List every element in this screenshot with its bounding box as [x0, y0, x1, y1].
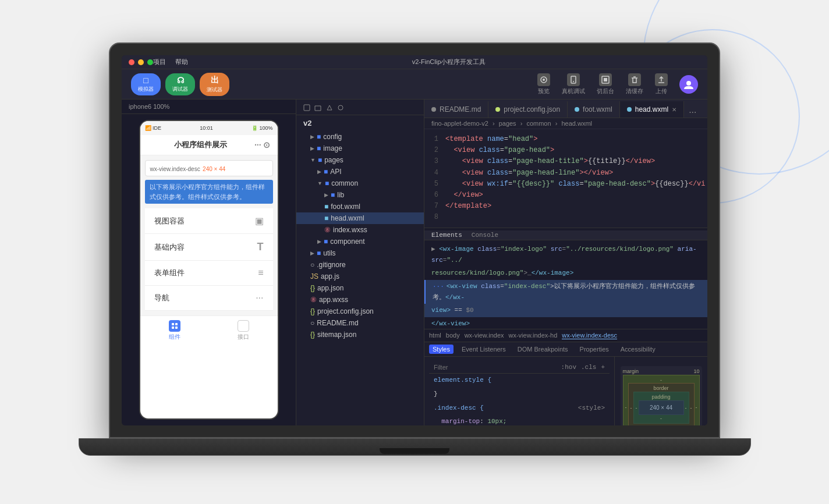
wxss-icon: ⑧: [310, 296, 317, 304]
padding-right: -: [685, 405, 687, 411]
svg-point-3: [573, 81, 574, 82]
ft-item-appjson[interactable]: {} app.json: [296, 282, 424, 294]
minimize-button[interactable]: [138, 59, 144, 65]
laptop-base: [79, 438, 751, 456]
filter-input[interactable]: [434, 364, 557, 371]
preview-label: 预览: [538, 87, 550, 95]
ft-item-head-wxml[interactable]: ■ head.wxml: [296, 212, 424, 224]
tab-label-headwxml: head.wxml: [635, 105, 668, 113]
ft-item-lib[interactable]: ▶ ■ lib: [296, 189, 424, 201]
close-button[interactable]: [129, 59, 134, 65]
stab-styles[interactable]: Styles: [429, 345, 454, 354]
phone-app-header: 小程序组件展示 ··· ⊙: [140, 135, 278, 155]
menu-icon-3: ≡: [258, 268, 263, 278]
ft-item-image[interactable]: ▶ ■ image: [296, 143, 424, 154]
ft-item-readme[interactable]: ○ README.md: [296, 317, 424, 329]
ft-item-label: .gitignore: [317, 261, 345, 269]
phone-menu-item-1[interactable]: 视图容器 ▣: [145, 208, 273, 234]
svg-point-9: [686, 81, 691, 86]
tooltip-label: wx-view.index-desc: [150, 166, 200, 172]
tab-projectconfig[interactable]: project.config.json: [488, 101, 568, 118]
selected-element: 以下将展示小程序官方组件能力，组件样式仅供参考。组件样式仅供参考。: [145, 180, 273, 204]
laptop: 项目 帮助 v2-FinClip小程序开发工具 □ 模拟器 ☊ 调试器: [109, 42, 720, 462]
plus-button[interactable]: +: [601, 364, 605, 371]
nav-label-component: 组件: [169, 333, 180, 341]
folder-icon: ■: [317, 249, 321, 257]
ft-item-foot-wxml[interactable]: ■ foot.wxml: [296, 201, 424, 212]
user-avatar[interactable]: [679, 75, 698, 94]
ft-item-label: app.js: [321, 272, 339, 281]
ft-arrow: ▼: [317, 180, 323, 186]
phone-menu-item-3[interactable]: 表单组件 ≡: [145, 261, 273, 286]
ft-item-appwxss[interactable]: ⑧ app.wxss: [296, 294, 424, 306]
simulate-label: 模拟器: [138, 86, 154, 93]
ft-item-common[interactable]: ▼ ■ common: [296, 178, 424, 189]
bottom-content: :hov .cls + element.style {: [424, 357, 707, 425]
phone-menu-item-4[interactable]: 导航 ···: [145, 286, 273, 311]
tab-close-headwxml[interactable]: ✕: [672, 107, 676, 113]
clearcache-icon: [628, 73, 641, 86]
debug-button[interactable]: ☊ 调试器: [165, 73, 195, 95]
ft-item-sitemapjson[interactable]: {} sitemap.json: [296, 329, 424, 340]
ep-wxview-indexdesc[interactable]: wx-view.index-desc: [562, 332, 617, 339]
phone-menu-item-2[interactable]: 基础内容 T: [145, 234, 273, 261]
ft-item-pages[interactable]: ▼ ■ pages: [296, 154, 424, 166]
tab-footwxml[interactable]: foot.wxml: [568, 101, 620, 118]
ft-item-config[interactable]: ▶ ■ config: [296, 131, 424, 143]
ft-item-label: app.wxss: [319, 296, 348, 304]
cls-button[interactable]: .cls: [581, 364, 596, 371]
ft-root[interactable]: v2: [296, 115, 424, 131]
menu-item-help[interactable]: 帮助: [175, 58, 188, 66]
nav-item-api[interactable]: 接口: [209, 320, 278, 341]
ft-item-label: image: [323, 144, 342, 152]
simulate-button[interactable]: □ 模拟器: [131, 73, 161, 95]
stab-dom-breakpoints[interactable]: DOM Breakpoints: [514, 345, 572, 354]
ft-item-component[interactable]: ▶ ■ component: [296, 236, 424, 247]
app-header-actions[interactable]: ··· ⊙: [254, 140, 271, 150]
ft-item-gitignore[interactable]: ○ .gitignore: [296, 259, 424, 271]
tab-readme[interactable]: README.md: [424, 101, 488, 118]
debugger-tab-console[interactable]: Console: [472, 232, 498, 239]
ft-item-appjs[interactable]: JS app.js: [296, 271, 424, 282]
ep-wxview-indexhd[interactable]: wx-view.index-hd: [509, 332, 558, 339]
ep-wxview-index[interactable]: wx-view.index: [465, 332, 504, 339]
menu-icon-4: ···: [256, 293, 263, 303]
ft-item-index-wxss[interactable]: ⑧ index.wxss: [296, 224, 424, 236]
cutbg-action[interactable]: 切后台: [597, 73, 614, 95]
ft-arrow: ▶: [310, 145, 314, 151]
test-button[interactable]: 出 测试器: [200, 73, 229, 96]
clearcache-action[interactable]: 清缓存: [626, 73, 643, 95]
preview-action[interactable]: 预览: [537, 73, 550, 95]
ft-item-label: lib: [337, 191, 344, 199]
api-nav-icon: [238, 320, 249, 332]
stab-accessibility[interactable]: Accessibility: [617, 345, 659, 354]
hov-button[interactable]: :hov: [561, 364, 576, 371]
wxss-icon: ⑧: [324, 226, 331, 234]
tab-bar: README.md project.config.json foot.wxml: [424, 100, 707, 118]
ft-arrow: ▶: [317, 169, 321, 175]
maximize-button[interactable]: [147, 59, 153, 65]
ft-arrow: ▶: [310, 134, 314, 140]
preview-icon: [537, 73, 550, 86]
border-left: -: [630, 405, 632, 411]
ft-item-projectconfigjson[interactable]: {} project.config.json: [296, 306, 424, 317]
ep-body[interactable]: body: [446, 332, 460, 339]
nav-item-component[interactable]: 组件: [140, 320, 209, 341]
bc-item-3: head.wxml: [561, 120, 592, 127]
ft-item-api[interactable]: ▶ ■ API: [296, 166, 424, 178]
upload-action[interactable]: 上传: [655, 73, 668, 95]
debugger-tab-elements[interactable]: Elements: [431, 232, 462, 239]
ft-item-label: component: [330, 237, 364, 246]
stab-properties[interactable]: Properties: [576, 345, 612, 354]
tab-headwxml[interactable]: head.wxml ✕: [620, 101, 684, 118]
stab-event-listeners[interactable]: Event Listeners: [458, 345, 509, 354]
tab-more[interactable]: ···: [684, 107, 701, 118]
ep-html[interactable]: html: [429, 332, 441, 339]
code-area: 1 <template name="head"> 2 <view class="…: [424, 129, 707, 228]
menu-item-project[interactable]: 项目: [153, 58, 166, 66]
realtest-action[interactable]: 真机调试: [562, 73, 585, 95]
ft-item-utils[interactable]: ▶ ■ utils: [296, 247, 424, 259]
phone-content: wx-view.index-desc 240 × 44 以下将展示小程序官方组件…: [140, 155, 278, 315]
main-content: iphone6 100% 📶 IDE 10:01 🔋 100% 小程序组件展示: [122, 100, 707, 425]
folder-icon: ■: [318, 156, 322, 164]
